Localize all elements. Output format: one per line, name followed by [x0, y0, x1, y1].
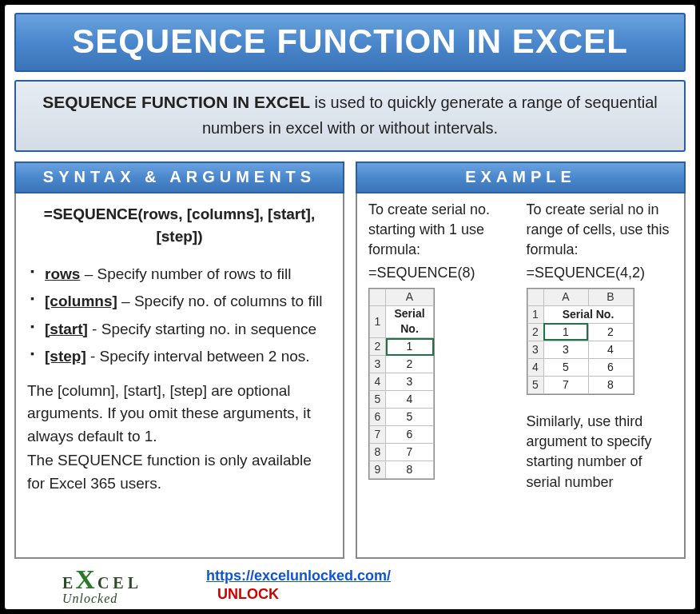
cell: 5	[543, 358, 588, 376]
example-2-sheet: A B 1Serial No. 212 334 456 578	[527, 288, 634, 395]
cell: 3	[386, 373, 434, 391]
example-2-formula: =SEQUENCE(4,2)	[527, 263, 674, 283]
cell: 1	[386, 338, 434, 356]
example-1-sheet: A 1Serial No. 21 32 43 54 65 76 87 98	[368, 288, 435, 480]
cell: 8	[386, 461, 434, 479]
example-body: To create serial no. starting with 1 use…	[357, 192, 684, 499]
col-header-a: A	[543, 289, 588, 306]
syntax-body: =SEQUENCE(rows, [columns], [start], [ste…	[16, 192, 343, 502]
cell: 5	[386, 409, 434, 426]
cell: 4	[386, 391, 434, 409]
serial-header: Serial No.	[386, 305, 434, 337]
example-2: To create serial no in range of cells, u…	[527, 200, 674, 492]
example-panel: EXAMPLE To create serial no. starting wi…	[356, 161, 686, 559]
cell: 6	[386, 426, 434, 444]
cell: 2	[588, 323, 633, 341]
arg-columns: [columns] – Specify no. of columns to fi…	[27, 290, 332, 313]
example-1-text: To create serial no. starting with 1 use…	[368, 200, 515, 261]
col-header-b: B	[588, 289, 633, 306]
sheet-corner	[527, 289, 543, 306]
cell: 8	[588, 376, 633, 393]
cell: 7	[543, 376, 588, 393]
example-2-note: Similarly, use third argument to specify…	[527, 412, 674, 492]
cell: 1	[543, 323, 588, 341]
cell: 3	[543, 341, 588, 358]
logo-subtitle: Unlocked	[62, 592, 142, 604]
cell: 4	[588, 341, 633, 358]
example-1-formula: =SEQUENCE(8)	[368, 263, 515, 283]
logo: EXCEL Unlocked	[62, 567, 142, 604]
sheet-corner	[370, 289, 386, 306]
example-2-text: To create serial no in range of cells, u…	[527, 200, 674, 261]
argument-list: rows – Specify number of rows to fill [c…	[27, 263, 332, 369]
cell: 6	[588, 358, 633, 376]
arg-start: [start] - Specify starting no. in sequen…	[27, 318, 332, 341]
arg-step: [step] - Specify interval between 2 nos.	[27, 345, 332, 369]
cell: 2	[386, 356, 434, 373]
syntax-formula: =SEQUENCE(rows, [columns], [start], [ste…	[27, 203, 332, 249]
page-title: SEQUENCE FUNCTION IN EXCEL	[14, 13, 686, 72]
example-heading: EXAMPLE	[356, 161, 686, 193]
page: SEQUENCE FUNCTION IN EXCEL SEQUENCE FUNC…	[4, 4, 696, 610]
syntax-note-1: The [column], [start], [step] are option…	[27, 380, 332, 449]
logo-x-icon: X	[75, 564, 99, 594]
footer: EXCEL Unlocked https://excelunlocked.com…	[14, 565, 686, 604]
example-row: To create serial no. starting with 1 use…	[368, 200, 673, 492]
unlock-label: UNLOCK	[217, 586, 279, 602]
syntax-note-2: The SEQUENCE function is only available …	[27, 449, 332, 495]
site-link[interactable]: https://excelunlocked.com/	[206, 568, 391, 584]
example-1: To create serial no. starting with 1 use…	[368, 200, 515, 492]
col-header-a: A	[386, 289, 434, 306]
footer-links: https://excelunlocked.com/ UNLOCK	[206, 567, 391, 604]
columns: SYNTAX & ARGUMENTS =SEQUENCE(rows, [colu…	[14, 161, 686, 559]
syntax-heading: SYNTAX & ARGUMENTS	[14, 161, 344, 193]
intro-lead: SEQUENCE FUNCTION IN EXCEL	[42, 93, 310, 111]
arg-rows: rows – Specify number of rows to fill	[27, 263, 332, 286]
serial-header: Serial No.	[543, 305, 633, 323]
syntax-panel: SYNTAX & ARGUMENTS =SEQUENCE(rows, [colu…	[14, 161, 344, 559]
cell: 7	[386, 444, 434, 461]
intro-box: SEQUENCE FUNCTION IN EXCEL is used to qu…	[14, 80, 686, 152]
